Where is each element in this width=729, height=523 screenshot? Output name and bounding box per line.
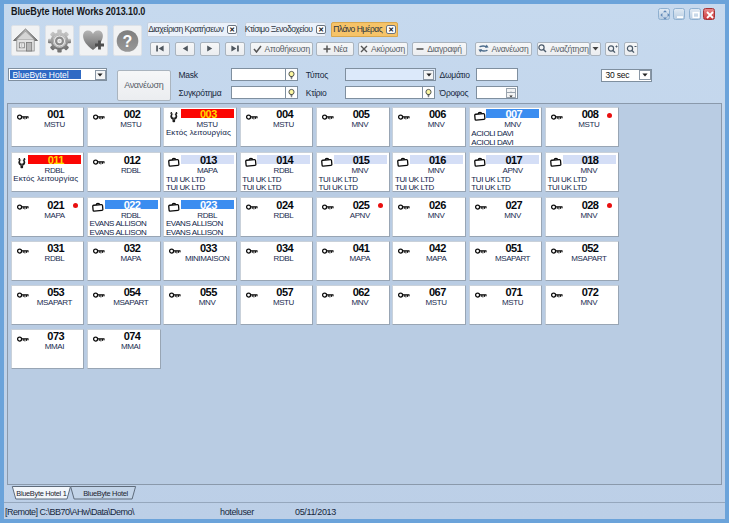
svg-text:?: ?: [123, 33, 133, 50]
svg-text:BlueByte Hotel 1: BlueByte Hotel 1: [16, 489, 66, 498]
svg-text:BlueByte Hotel: BlueByte Hotel: [83, 489, 128, 498]
